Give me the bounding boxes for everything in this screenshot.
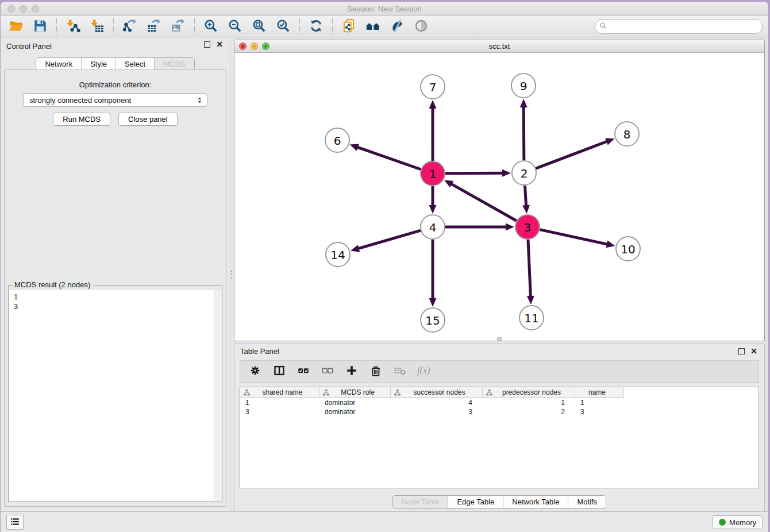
edge-3-11[interactable] xyxy=(528,240,530,297)
float-panel-icon[interactable] xyxy=(204,41,210,48)
cell-successor-nodes[interactable]: 4 xyxy=(391,399,483,407)
unselect-all-columns-icon xyxy=(321,364,334,379)
column-header-predecessor-nodes[interactable]: predecessor nodes xyxy=(483,387,575,398)
result-scrollbar[interactable] xyxy=(214,290,221,501)
delete-column-button[interactable] xyxy=(365,363,386,381)
splitter-handle[interactable] xyxy=(230,269,233,280)
memory-button[interactable]: Memory xyxy=(713,515,763,529)
close-panel-icon[interactable]: ✕ xyxy=(216,41,223,48)
node-table[interactable]: shared nameMCDS rolesuccessor nodesprede… xyxy=(240,387,759,488)
column-type-icon xyxy=(394,389,401,396)
close-panel-button[interactable]: Close panel xyxy=(118,113,178,126)
network-graph[interactable]: 1234678910111415 xyxy=(234,53,764,341)
table-settings-button[interactable] xyxy=(245,363,265,381)
column-type-icon xyxy=(486,389,493,396)
svg-text:f(x): f(x) xyxy=(417,365,430,376)
network-canvas[interactable]: 1234678910111415 xyxy=(234,53,764,341)
style-brush-button[interactable] xyxy=(386,17,408,36)
tab-mcds[interactable]: MCDS xyxy=(154,58,194,70)
cell-mcds-role[interactable]: dominator xyxy=(319,408,391,416)
search-input[interactable] xyxy=(608,22,759,31)
graph-node-label: 4 xyxy=(429,221,437,234)
export-table-button[interactable] xyxy=(143,17,165,36)
run-mcds-button[interactable]: Run MCDS xyxy=(53,113,110,126)
edge-3-1[interactable] xyxy=(451,184,516,221)
cell-predecessor-nodes[interactable]: 1 xyxy=(483,399,575,407)
zoom-selected-button[interactable] xyxy=(272,17,294,36)
zoom-in-button[interactable] xyxy=(200,17,222,36)
search-box[interactable] xyxy=(595,19,763,34)
network-close-button[interactable]: ✕ xyxy=(239,43,247,50)
home-button[interactable] xyxy=(362,17,384,36)
apply-layout-button[interactable] xyxy=(305,17,327,36)
tab-motifs[interactable]: Motifs xyxy=(568,496,606,508)
graph-node-label: 11 xyxy=(524,311,538,325)
edge-2-9[interactable] xyxy=(523,106,524,160)
column-header-shared-name[interactable]: shared name xyxy=(240,387,319,398)
memory-label: Memory xyxy=(729,518,756,527)
mcds-result-list[interactable]: 13 xyxy=(9,290,221,501)
save-session-button[interactable] xyxy=(29,17,51,36)
cell-shared-name[interactable]: 1 xyxy=(240,399,319,407)
maximize-window-button[interactable] xyxy=(32,5,39,13)
open-file-button[interactable] xyxy=(5,17,27,36)
criterion-dropdown[interactable]: strongly connected component xyxy=(23,93,207,107)
edge-2-3[interactable] xyxy=(525,186,526,206)
close-table-panel-icon[interactable]: ✕ xyxy=(750,348,757,354)
tab-network[interactable]: Network xyxy=(36,58,81,70)
mcds-result-node[interactable]: 1 xyxy=(14,292,217,302)
main-toolbar xyxy=(1,16,768,37)
network-maximize-button[interactable]: + xyxy=(262,43,270,50)
cell-shared-name[interactable]: 3 xyxy=(240,408,319,416)
graph-node-label: 1 xyxy=(429,167,437,181)
edge-arrowhead xyxy=(502,169,511,177)
search-icon xyxy=(599,21,608,32)
cell-name[interactable]: 1 xyxy=(575,399,624,407)
tab-edge-table[interactable]: Edge Table xyxy=(448,496,503,508)
edge-1-6[interactable] xyxy=(357,147,421,169)
create-column-button[interactable] xyxy=(341,363,362,381)
tab-node-table[interactable]: Node Table xyxy=(393,496,448,508)
select-all-columns-button[interactable] xyxy=(293,363,314,381)
close-window-button[interactable] xyxy=(7,5,15,13)
table-row[interactable]: 1dominator411 xyxy=(240,398,759,407)
tab-select[interactable]: Select xyxy=(116,58,154,70)
cell-name[interactable]: 3 xyxy=(575,408,624,416)
cell-mcds-role[interactable]: dominator xyxy=(319,399,391,407)
column-type-icon xyxy=(243,389,251,396)
task-history-button[interactable] xyxy=(6,515,24,530)
cell-predecessor-nodes[interactable]: 2 xyxy=(483,408,575,416)
network-window-titlebar[interactable]: ✕ − + scc.txt xyxy=(234,40,764,53)
float-table-panel-icon[interactable] xyxy=(738,348,745,354)
edge-1-2[interactable] xyxy=(445,173,503,174)
column-header-mcds-role[interactable]: MCDS role xyxy=(319,387,391,398)
edge-2-8[interactable] xyxy=(536,141,608,168)
import-table-button[interactable] xyxy=(86,17,108,36)
unselect-all-columns-button[interactable] xyxy=(317,363,338,381)
import-network-button[interactable] xyxy=(62,17,84,36)
export-image-button[interactable] xyxy=(167,17,189,36)
zoom-out-button[interactable] xyxy=(224,17,246,36)
table-row[interactable]: 3dominator323 xyxy=(240,407,759,417)
edge-3-10[interactable] xyxy=(540,230,607,245)
canvas-resize-handle[interactable] xyxy=(497,337,502,341)
table-panel-title: Table Panel xyxy=(240,347,279,356)
edge-4-14[interactable] xyxy=(358,230,421,249)
clone-network-icon xyxy=(341,18,356,35)
save-session-icon xyxy=(33,18,48,35)
select-all-columns-icon xyxy=(297,364,310,379)
cell-successor-nodes[interactable]: 3 xyxy=(391,408,483,416)
clone-network-button[interactable] xyxy=(338,17,360,36)
export-network-button[interactable] xyxy=(119,17,141,36)
tab-network-table[interactable]: Network Table xyxy=(503,496,568,508)
import-network-icon xyxy=(66,18,80,35)
tab-style[interactable]: Style xyxy=(81,58,116,70)
column-layout-button[interactable] xyxy=(269,363,290,381)
mcds-result-node[interactable]: 3 xyxy=(14,302,217,311)
table-panel: Table Panel ✕ f(x) shared nameMCDS roles… xyxy=(234,344,765,511)
minimize-window-button[interactable] xyxy=(20,5,27,13)
zoom-fit-button[interactable] xyxy=(248,17,270,36)
network-minimize-button[interactable]: − xyxy=(251,43,258,50)
column-header-name[interactable]: name xyxy=(575,387,624,398)
column-header-successor-nodes[interactable]: successor nodes xyxy=(391,387,483,398)
